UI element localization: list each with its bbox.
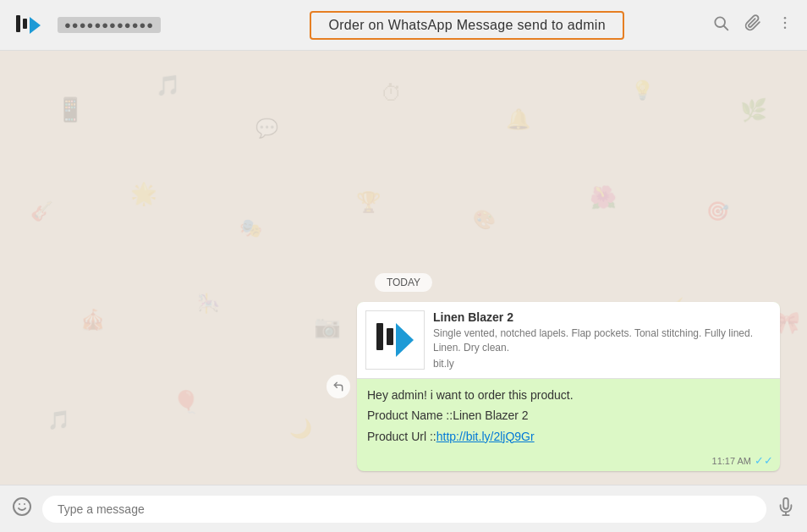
reply-button[interactable] bbox=[327, 375, 350, 398]
date-divider: TODAY bbox=[375, 273, 432, 292]
message-bubble: Linen Blazer 2 Single vented, notched la… bbox=[357, 302, 780, 471]
messages-list: TODAY bbox=[0, 51, 807, 485]
message-wrapper: Linen Blazer 2 Single vented, notched la… bbox=[357, 302, 780, 471]
emoji-icon[interactable] bbox=[12, 496, 32, 522]
product-image bbox=[365, 310, 425, 370]
svg-rect-0 bbox=[16, 15, 20, 32]
input-bar bbox=[0, 485, 807, 532]
contact-name: ●●●●●●●●●●●● bbox=[58, 17, 161, 33]
message-text-content: Hey admin! i want to order this product.… bbox=[357, 379, 780, 454]
product-card: Linen Blazer 2 Single vented, notched la… bbox=[357, 302, 780, 379]
header-title: Order on WhatsApp Message send to admin bbox=[310, 11, 623, 40]
read-tick: ✓✓ bbox=[755, 454, 773, 467]
svg-point-40 bbox=[14, 498, 30, 515]
product-name: Linen Blazer 2 bbox=[433, 310, 771, 324]
message-time: 11:17 AM bbox=[712, 456, 751, 466]
svg-point-5 bbox=[784, 17, 787, 19]
svg-point-6 bbox=[784, 22, 787, 25]
product-description: Single vented, notched lapels. Flap pock… bbox=[433, 326, 771, 355]
svg-rect-1 bbox=[23, 19, 27, 29]
chat-area: 📱 🎵 💬 ⏱ 🔔 💡 🌿 🎸 🌟 🎭 🏆 🎨 🌺 🎯 🎪 🎠 📷 🎲 🌈 ⚡ … bbox=[0, 51, 807, 485]
svg-point-7 bbox=[784, 27, 787, 30]
attach-icon[interactable] bbox=[744, 14, 761, 36]
message-line-3: Product Url ::http://bit.ly/2ljQ9Gr bbox=[367, 427, 770, 446]
app-logo bbox=[14, 10, 44, 41]
header-actions bbox=[712, 14, 793, 36]
message-line-2: Product Name ::Linen Blazer 2 bbox=[367, 406, 770, 425]
product-url-link[interactable]: http://bit.ly/2ljQ9Gr bbox=[436, 430, 535, 443]
svg-rect-38 bbox=[387, 328, 393, 345]
svg-line-4 bbox=[724, 26, 728, 30]
contact-info[interactable]: ●●●●●●●●●●●● bbox=[58, 17, 161, 33]
svg-marker-2 bbox=[30, 17, 41, 34]
mic-icon[interactable] bbox=[777, 497, 795, 521]
message-line-1: Hey admin! i want to order this product. bbox=[367, 386, 770, 404]
product-info: Linen Blazer 2 Single vented, notched la… bbox=[433, 310, 771, 370]
product-bitly: bit.ly bbox=[433, 358, 771, 370]
search-icon[interactable] bbox=[712, 14, 729, 36]
more-options-icon[interactable] bbox=[777, 14, 793, 36]
chat-header: ●●●●●●●●●●●● Order on WhatsApp Message s… bbox=[0, 0, 807, 51]
message-input[interactable] bbox=[42, 496, 766, 523]
svg-rect-37 bbox=[376, 323, 383, 350]
message-footer: 11:17 AM ✓✓ bbox=[357, 454, 780, 471]
